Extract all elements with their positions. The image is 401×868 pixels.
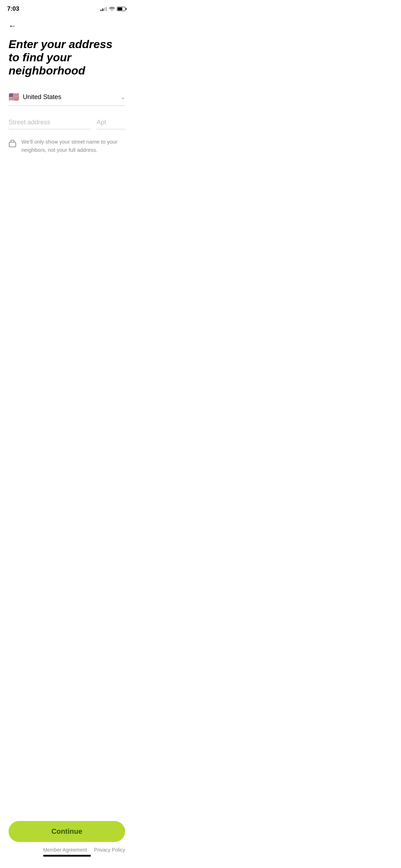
privacy-text: We'll only show your street name to your… bbox=[21, 138, 125, 154]
apt-input[interactable] bbox=[97, 116, 125, 129]
privacy-notice: We'll only show your street name to your… bbox=[9, 138, 125, 154]
country-left: 🇺🇸 United States bbox=[9, 92, 61, 102]
page-title: Enter your address to find your neighbor… bbox=[9, 38, 125, 77]
country-flag: 🇺🇸 bbox=[9, 92, 19, 102]
status-time: 7:03 bbox=[7, 5, 19, 12]
signal-icon bbox=[101, 7, 107, 11]
lock-icon bbox=[9, 139, 16, 149]
country-name: United States bbox=[23, 93, 61, 101]
street-address-input[interactable] bbox=[9, 116, 91, 129]
chevron-down-icon: ⌄ bbox=[120, 94, 125, 100]
battery-icon bbox=[117, 7, 127, 11]
back-button[interactable]: ← bbox=[9, 19, 16, 33]
wifi-icon bbox=[109, 7, 115, 11]
address-row bbox=[9, 116, 125, 129]
status-bar: 7:03 bbox=[0, 0, 134, 16]
apt-wrapper bbox=[97, 116, 125, 129]
country-selector[interactable]: 🇺🇸 United States ⌄ bbox=[9, 88, 125, 106]
street-address-wrapper bbox=[9, 116, 91, 129]
status-icons bbox=[101, 7, 127, 11]
main-content: ← Enter your address to find your neighb… bbox=[0, 16, 134, 154]
back-arrow-icon: ← bbox=[9, 21, 16, 31]
svg-rect-0 bbox=[9, 143, 16, 147]
